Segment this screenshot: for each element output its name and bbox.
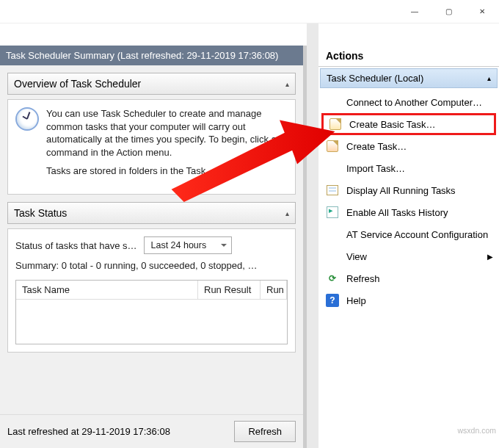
last-refreshed-text: Last refreshed at 29-11-2019 17:36:08 — [7, 426, 170, 437]
overview-title: Overview of Task Scheduler — [14, 78, 141, 90]
watermark: wsxdn.com — [457, 426, 496, 435]
maximize-button[interactable]: ▢ — [431, 0, 465, 22]
col-run-result[interactable]: Run Result — [198, 281, 261, 299]
action-create-task[interactable]: Create Task… — [318, 135, 499, 157]
status-label: Status of tasks that have s… — [15, 240, 136, 251]
action-display-running[interactable]: Display All Running Tasks — [318, 179, 499, 201]
summary-header: Task Scheduler Summary (Last refreshed: … — [0, 46, 303, 65]
overview-panel: You can use Task Scheduler to create and… — [7, 99, 296, 195]
refresh-button[interactable]: Refresh — [234, 421, 296, 442]
collapse-icon: ▴ — [285, 209, 289, 217]
history-icon — [326, 206, 339, 219]
status-table: Task Name Run Result Run — [15, 280, 288, 344]
action-label: Enable All Tasks History — [346, 207, 448, 218]
action-label: Connect to Another Computer… — [346, 97, 482, 108]
actions-pane-title: Actions — [318, 46, 499, 67]
col-run[interactable]: Run — [261, 281, 287, 299]
action-enable-history[interactable]: Enable All Tasks History — [318, 201, 499, 223]
collapse-icon: ▴ — [285, 80, 289, 88]
action-label: Refresh — [346, 273, 380, 284]
refresh-icon: ⟳ — [326, 272, 339, 285]
minimize-button[interactable]: — — [398, 0, 431, 22]
overview-panel-header[interactable]: Overview of Task Scheduler ▴ — [7, 73, 296, 95]
collapse-icon: ▴ — [487, 74, 491, 82]
action-at-service[interactable]: AT Service Account Configuration — [318, 223, 499, 245]
basic-task-icon — [329, 118, 342, 131]
action-label: Create Task… — [346, 141, 407, 152]
task-status-header[interactable]: Task Status ▴ — [7, 202, 296, 224]
close-button[interactable]: ✕ — [465, 0, 499, 22]
status-summary: Summary: 0 total - 0 running, 0 succeede… — [15, 260, 288, 271]
action-label: AT Service Account Configuration — [346, 229, 488, 240]
action-create-basic-task[interactable]: Create Basic Task… — [321, 113, 496, 135]
running-tasks-icon — [326, 184, 339, 197]
overview-text: You can use Task Scheduler to create and… — [46, 107, 288, 159]
help-icon: ? — [326, 294, 339, 307]
create-task-icon — [326, 140, 339, 153]
window-titlebar: — ▢ ✕ — [0, 0, 499, 24]
action-import-task[interactable]: Import Task… — [318, 157, 499, 179]
action-label: Import Task… — [346, 163, 405, 174]
main-pane: Task Scheduler Summary (Last refreshed: … — [0, 46, 307, 448]
footer-bar: Last refreshed at 29-11-2019 17:36:08 Re… — [0, 414, 303, 448]
action-label: View — [346, 251, 367, 262]
task-status-panel: Status of tasks that have s… Last 24 hou… — [7, 228, 296, 353]
actions-group-header[interactable]: Task Scheduler (Local) ▴ — [320, 68, 498, 88]
actions-group-title: Task Scheduler (Local) — [327, 73, 423, 84]
action-label: Help — [346, 295, 366, 306]
action-view[interactable]: View ▶ — [318, 245, 499, 267]
blank-icon — [326, 250, 339, 263]
action-label: Display All Running Tasks — [346, 185, 456, 196]
action-refresh[interactable]: ⟳ Refresh — [318, 267, 499, 289]
blank-icon — [326, 162, 339, 175]
clock-icon — [15, 107, 39, 131]
status-period-combo[interactable]: Last 24 hours — [144, 236, 232, 254]
blank-icon — [326, 95, 339, 109]
status-table-body — [16, 300, 287, 344]
overview-text-2: Tasks are stored in folders in the Task — [46, 165, 288, 178]
task-status-title: Task Status — [14, 207, 67, 219]
blank-icon — [326, 228, 339, 241]
submenu-arrow-icon: ▶ — [487, 253, 493, 261]
action-label: Create Basic Task… — [349, 119, 436, 130]
col-task-name[interactable]: Task Name — [16, 281, 198, 299]
action-help[interactable]: ? Help — [318, 289, 499, 311]
main-scrollbar[interactable] — [307, 24, 318, 448]
actions-pane: Actions Task Scheduler (Local) ▴ Connect… — [318, 46, 499, 448]
action-connect[interactable]: Connect to Another Computer… — [318, 91, 499, 113]
